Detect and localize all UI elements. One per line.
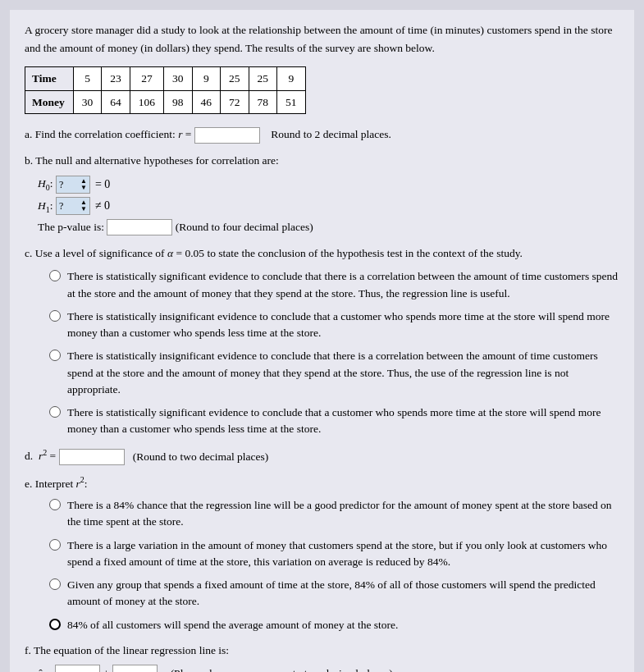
part-c-option-1[interactable]: There is statistically significant evide… bbox=[49, 268, 619, 302]
pvalue-label: The p-value is: bbox=[38, 218, 104, 236]
radio-c2[interactable] bbox=[49, 310, 61, 322]
radio-c4-text: There is statistically significant evide… bbox=[67, 405, 619, 438]
pvalue-note: (Round to four decimal places) bbox=[176, 218, 313, 236]
part-d-label: d. r2 = bbox=[25, 450, 59, 462]
money-val-8: 51 bbox=[277, 90, 306, 114]
radio-e1[interactable] bbox=[49, 499, 61, 510]
h0-line: H0: ? ▲▼ = 0 bbox=[38, 175, 619, 194]
part-e-option-3[interactable]: Given any group that spends a fixed amou… bbox=[49, 577, 619, 610]
main-content: A grocery store manager did a study to l… bbox=[10, 10, 634, 672]
radio-c3[interactable] bbox=[49, 350, 61, 361]
plus-sign: + bbox=[100, 665, 112, 672]
part-b-label: b. The null and alternative hypotheses f… bbox=[25, 154, 279, 167]
money-val-1: 30 bbox=[73, 90, 102, 114]
part-c-option-4[interactable]: There is statistically significant evide… bbox=[49, 405, 619, 438]
intercept-input[interactable] bbox=[55, 665, 100, 672]
part-a-line: a. Find the correlation coefficient: r =… bbox=[25, 126, 619, 144]
part-b: b. The null and alternative hypotheses f… bbox=[25, 152, 619, 236]
h0-label: H0: bbox=[38, 175, 53, 194]
part-e-option-1[interactable]: There is a 84% chance that the regressio… bbox=[49, 497, 619, 531]
r2-input[interactable] bbox=[59, 449, 125, 465]
h1-line: H1: ? ▲▼ ≠ 0 bbox=[38, 197, 619, 217]
money-val-4: 98 bbox=[164, 90, 193, 114]
part-e-option-4[interactable]: 84% of all customers will spend the aver… bbox=[49, 617, 619, 633]
time-val-6: 25 bbox=[221, 67, 249, 91]
part-c-label: c. Use a level of significance of α = 0.… bbox=[25, 245, 619, 263]
part-b-label-line: b. The null and alternative hypotheses f… bbox=[25, 152, 619, 170]
part-a-r-label: r = bbox=[178, 128, 194, 140]
part-a: a. Find the correlation coefficient: r =… bbox=[25, 126, 619, 144]
h0-select-arrows: ▲▼ bbox=[80, 178, 87, 191]
money-val-5: 46 bbox=[192, 90, 221, 114]
radio-c1[interactable] bbox=[49, 270, 61, 281]
part-f: f. The equation of the linear regression… bbox=[25, 642, 619, 672]
part-d-line: d. r2 = (Round to two decimal places) bbox=[25, 446, 619, 465]
part-d: d. r2 = (Round to two decimal places) bbox=[25, 446, 619, 465]
h0-equals: = 0 bbox=[95, 176, 110, 194]
time-val-3: 27 bbox=[130, 67, 163, 91]
yhat-label: ŷ = bbox=[38, 665, 55, 672]
radio-e3-text: Given any group that spends a fixed amou… bbox=[67, 577, 619, 610]
time-val-1: 5 bbox=[73, 67, 102, 91]
h1-notequals: ≠ 0 bbox=[95, 197, 110, 215]
time-val-7: 25 bbox=[249, 67, 277, 91]
slope-input[interactable] bbox=[112, 665, 158, 672]
h1-select-value: ? bbox=[59, 197, 63, 215]
time-val-5: 9 bbox=[192, 67, 221, 91]
money-val-7: 78 bbox=[249, 90, 277, 114]
hypothesis-block: H0: ? ▲▼ = 0 H1: ? bbox=[38, 175, 619, 236]
h1-select[interactable]: ? ▲▼ bbox=[56, 197, 90, 215]
radio-e2-text: There is a large variation in the amount… bbox=[67, 537, 619, 571]
x-label: x bbox=[158, 665, 171, 672]
h1-label: H1: bbox=[38, 197, 53, 217]
radio-e2[interactable] bbox=[49, 539, 61, 551]
part-f-note: (Please show your answers to two decimal… bbox=[171, 665, 393, 672]
part-a-label: a. Find the correlation coefficient: bbox=[25, 128, 176, 140]
radio-c1-text: There is statistically significant evide… bbox=[67, 268, 619, 302]
part-a-round-note: Round to 2 decimal places. bbox=[271, 128, 391, 140]
radio-c2-text: There is statistically insignificant evi… bbox=[67, 309, 619, 342]
part-f-eq: ŷ = + x (Please show your answers to two… bbox=[38, 665, 619, 672]
radio-c4[interactable] bbox=[49, 406, 61, 418]
part-e: e. Interpret r2: There is a 84% chance t… bbox=[25, 473, 619, 633]
money-val-2: 64 bbox=[102, 90, 130, 114]
col-header-time: Time bbox=[25, 67, 74, 91]
radio-e4[interactable] bbox=[49, 619, 61, 630]
part-c: c. Use a level of significance of α = 0.… bbox=[25, 245, 619, 438]
radio-e3[interactable] bbox=[49, 578, 61, 590]
money-val-3: 106 bbox=[130, 90, 163, 114]
part-e-label: e. Interpret r2: bbox=[25, 473, 619, 492]
radio-e1-text: There is a 84% chance that the regressio… bbox=[67, 497, 619, 531]
part-d-note: (Round to two decimal places) bbox=[133, 450, 269, 462]
radio-c3-text: There is statistically insignificant evi… bbox=[67, 348, 619, 398]
part-e-option-2[interactable]: There is a large variation in the amount… bbox=[49, 537, 619, 571]
h1-select-arrows: ▲▼ bbox=[80, 199, 87, 213]
h0-select-value: ? bbox=[59, 176, 63, 194]
col-header-money: Money bbox=[25, 90, 74, 114]
time-val-4: 30 bbox=[164, 67, 193, 91]
r-value-input[interactable] bbox=[194, 127, 260, 144]
part-f-label: f. The equation of the linear regression… bbox=[25, 642, 619, 660]
data-table: Time 5 23 27 30 9 25 25 9 Money 30 64 10… bbox=[25, 66, 306, 114]
pvalue-line: The p-value is: (Round to four decimal p… bbox=[38, 218, 619, 236]
h0-select[interactable]: ? ▲▼ bbox=[56, 176, 90, 194]
radio-e4-text: 84% of all customers will spend the aver… bbox=[67, 617, 398, 633]
part-c-option-3[interactable]: There is statistically insignificant evi… bbox=[49, 348, 619, 398]
money-val-6: 72 bbox=[221, 90, 249, 114]
pvalue-input[interactable] bbox=[107, 219, 172, 235]
intro-text: A grocery store manager did a study to l… bbox=[25, 21, 619, 57]
time-val-8: 9 bbox=[277, 67, 306, 91]
time-val-2: 23 bbox=[102, 67, 130, 91]
part-c-option-2[interactable]: There is statistically insignificant evi… bbox=[49, 309, 619, 342]
